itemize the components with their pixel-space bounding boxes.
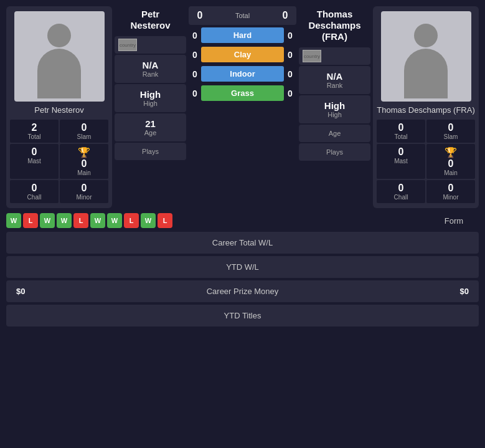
- main-container: Petr Nesterov 2 Total 0 Slam 0 Mast 🏆 0: [0, 0, 485, 326]
- left-country-icon: country: [118, 39, 137, 51]
- clay-row: 0 Clay 0: [189, 45, 296, 64]
- total-label: Total: [206, 12, 279, 19]
- right-age-label: Age: [303, 130, 367, 137]
- grass-row: 0 Grass 0: [189, 84, 296, 102]
- right-silhouette: [398, 24, 454, 102]
- right-main-label: Main: [430, 169, 471, 176]
- form-badge-2: W: [40, 213, 55, 228]
- left-minor-label: Minor: [64, 194, 105, 201]
- left-high-value: High: [118, 89, 182, 100]
- hard-button[interactable]: Hard: [201, 27, 284, 43]
- left-high-cell: High High: [115, 84, 186, 112]
- right-minor-label: Minor: [430, 194, 471, 201]
- right-silhouette-body: [404, 49, 448, 98]
- left-silhouette: [31, 24, 87, 102]
- left-player-name: Petr Nesterov: [34, 105, 83, 115]
- left-mast-cell: 0 Mast: [10, 144, 59, 179]
- bottom-label-0: Career Total W/L: [66, 238, 419, 247]
- total-right-score: 0: [279, 10, 291, 21]
- left-slam-label: Slam: [64, 133, 105, 140]
- left-title-text: Petr Nesterov: [130, 9, 170, 31]
- right-mast-label: Mast: [380, 158, 421, 164]
- clay-button[interactable]: Clay: [201, 47, 284, 62]
- right-chall-value: 0: [380, 183, 421, 194]
- right-player-card: Thomas Deschamps (FRA) 0 Total 0 Slam 0 …: [373, 6, 479, 208]
- left-title: Petr Nesterov: [115, 6, 186, 35]
- right-plays-label: Plays: [303, 148, 367, 156]
- left-total-value: 2: [14, 122, 55, 133]
- right-main-cell: 🏆 0 Main: [426, 144, 475, 179]
- form-badge-4: L: [73, 213, 88, 228]
- left-country-row: country: [115, 36, 186, 54]
- right-total-label: Total: [380, 133, 421, 140]
- form-badge-1: L: [23, 213, 38, 228]
- left-player-card: Petr Nesterov 2 Total 0 Slam 0 Mast 🏆 0: [6, 6, 112, 208]
- right-total-cell: 0 Total: [377, 120, 425, 143]
- left-total-cell: 2 Total: [10, 120, 59, 143]
- left-minor-value: 0: [64, 183, 105, 194]
- bottom-label-2: Career Prize Money: [66, 287, 419, 296]
- hard-row: 0 Hard 0: [189, 26, 296, 44]
- bottom-label-1: YTD W/L: [66, 262, 419, 272]
- form-badge-5: W: [90, 213, 105, 228]
- left-total-label: Total: [14, 133, 55, 140]
- indoor-left-val: 0: [189, 69, 201, 79]
- bottom-section: WLWWLWWLWL Form Career Total W/LYTD W/L$…: [0, 208, 485, 326]
- left-main-label: Main: [64, 169, 105, 176]
- right-player-avatar: [381, 11, 471, 102]
- right-rank-cell: N/A Rank: [299, 66, 370, 94]
- left-main-value: 0: [64, 158, 105, 169]
- grass-button[interactable]: Grass: [201, 85, 284, 101]
- right-player-name: Thomas Deschamps (FRA): [377, 105, 474, 115]
- right-main-value: 0: [430, 158, 471, 169]
- form-badges: WLWWLWWLWL: [6, 213, 429, 228]
- form-badge-0: W: [6, 213, 21, 228]
- bottom-row-3: YTD Titles: [6, 305, 479, 326]
- right-slam-cell: 0 Slam: [426, 120, 475, 143]
- bottom-row-0: Career Total W/L: [6, 232, 479, 254]
- indoor-button[interactable]: Indoor: [201, 66, 284, 82]
- hard-right-val: 0: [284, 31, 296, 41]
- right-rank-value: N/A: [303, 71, 367, 82]
- center-right-panel: Thomas Deschamps (FRA) country N/A Rank …: [299, 6, 370, 161]
- right-minor-cell: 0 Minor: [426, 180, 475, 203]
- right-stats-grid: 0 Total 0 Slam 0 Mast 🏆 0 Main 0: [377, 120, 475, 203]
- bottom-rows: Career Total W/LYTD W/L$0Career Prize Mo…: [6, 232, 479, 326]
- left-chall-cell: 0 Chall: [10, 180, 59, 203]
- form-badge-7: L: [124, 213, 139, 228]
- form-badge-6: W: [107, 213, 122, 228]
- left-slam-cell: 0 Slam: [60, 120, 108, 143]
- form-row: WLWWLWWLWL Form: [6, 213, 479, 228]
- right-high-value: High: [303, 100, 367, 111]
- right-minor-value: 0: [430, 183, 471, 194]
- total-row: 0 Total 0: [189, 6, 296, 25]
- indoor-right-val: 0: [284, 69, 296, 79]
- grass-right-val: 0: [284, 88, 296, 98]
- silhouette-body: [37, 49, 81, 98]
- bottom-row-2: $0Career Prize Money$0: [6, 280, 479, 302]
- left-rank-value: N/A: [118, 60, 182, 70]
- total-left-score: 0: [194, 10, 206, 21]
- left-high-label: High: [118, 100, 182, 107]
- right-country-row: country: [299, 47, 370, 65]
- left-age-value: 21: [118, 118, 182, 129]
- left-slam-value: 0: [64, 122, 105, 133]
- bottom-label-3: YTD Titles: [66, 311, 419, 320]
- left-plays-cell: Plays: [115, 143, 186, 160]
- form-badge-8: W: [141, 213, 156, 228]
- players-section: Petr Nesterov 2 Total 0 Slam 0 Mast 🏆 0: [0, 0, 485, 208]
- middle-scores: 0 Total 0 0 Hard 0 0 Clay 0 0 Indoor 0 0: [189, 6, 296, 102]
- right-rank-label: Rank: [303, 82, 367, 89]
- left-plays-label: Plays: [118, 148, 182, 155]
- right-mast-cell: 0 Mast: [377, 144, 425, 179]
- clay-right-val: 0: [284, 50, 296, 60]
- right-slam-value: 0: [430, 122, 471, 133]
- right-country-icon: country: [303, 50, 321, 62]
- left-minor-cell: 0 Minor: [60, 180, 108, 203]
- left-rank-cell: N/A Rank: [115, 55, 186, 83]
- indoor-row: 0 Indoor 0: [189, 65, 296, 83]
- form-label: Form: [429, 216, 479, 226]
- left-age-cell: 21 Age: [115, 113, 186, 141]
- bottom-right-val-2: $0: [419, 287, 469, 296]
- right-slam-label: Slam: [430, 133, 471, 140]
